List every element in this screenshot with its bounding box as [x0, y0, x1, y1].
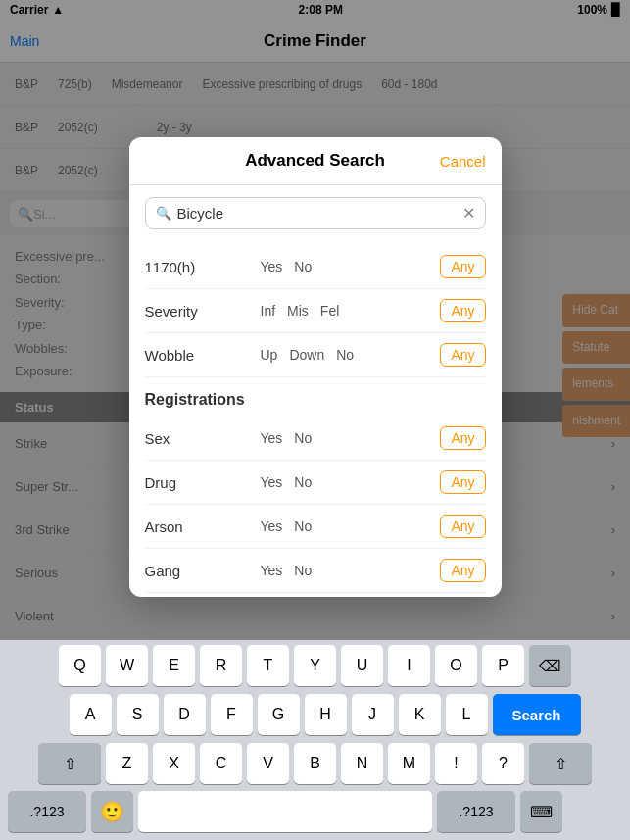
filter-1170h-yes[interactable]: Yes	[261, 259, 283, 274]
key-question[interactable]: ?	[482, 743, 524, 784]
keyboard-row-3: ⇧ Z X C V B N M ! ? ⇧	[0, 738, 630, 787]
filter-sex-options: Yes No	[261, 430, 433, 446]
filter-1170h-any-button[interactable]: Any	[440, 255, 485, 278]
key-numbers-left[interactable]: .?123	[8, 791, 86, 832]
filter-severity-options: Inf Mis Fel	[261, 303, 433, 319]
filter-arson-label: Arson	[145, 519, 253, 535]
key-space[interactable]	[138, 791, 432, 832]
filter-severity: Severity Inf Mis Fel Any	[145, 289, 486, 333]
filter-drug-yes[interactable]: Yes	[261, 474, 283, 490]
key-shift-right[interactable]: ⇧	[529, 743, 592, 784]
filter-wobble-down[interactable]: Down	[289, 347, 324, 363]
filter-severity-inf[interactable]: Inf	[261, 303, 276, 319]
filter-arson-no[interactable]: No	[294, 519, 312, 534]
modal-title: Advanced Search	[245, 151, 385, 171]
filter-wobble-label: Wobble	[145, 347, 253, 364]
filter-drug-options: Yes No	[261, 474, 433, 490]
key-x[interactable]: X	[153, 743, 195, 784]
filter-drug-no[interactable]: No	[294, 474, 312, 490]
registrations-header: Registrations	[145, 377, 486, 417]
key-l[interactable]: L	[446, 694, 488, 735]
key-d[interactable]: D	[164, 694, 206, 735]
filter-wobble-options: Up Down No	[261, 347, 433, 363]
key-numbers-right[interactable]: .?123	[437, 791, 515, 832]
filter-drug-any-button[interactable]: Any	[440, 470, 485, 494]
filter-wobble-no[interactable]: No	[336, 347, 354, 363]
key-i[interactable]: I	[388, 645, 430, 686]
search-field[interactable]: 🔍 Bicycle ✕	[145, 197, 486, 229]
filter-sex: Sex Yes No Any	[145, 417, 486, 461]
filter-sex-label: Sex	[145, 430, 253, 447]
filter-severity-label: Severity	[145, 303, 253, 320]
key-c[interactable]: C	[200, 743, 242, 784]
filter-sex-any-button[interactable]: Any	[440, 426, 485, 450]
keyboard-row-1: Q W E R T Y U I O P ⌫	[0, 640, 630, 689]
filter-gang-yes[interactable]: Yes	[261, 563, 283, 578]
key-o[interactable]: O	[435, 645, 477, 686]
key-v[interactable]: V	[247, 743, 289, 784]
filter-sex-yes[interactable]: Yes	[261, 430, 283, 446]
key-f[interactable]: F	[211, 694, 253, 735]
search-button[interactable]: Search	[493, 694, 581, 735]
key-w[interactable]: W	[106, 645, 148, 686]
key-shift-left[interactable]: ⇧	[38, 743, 101, 784]
filter-wobble-any-button[interactable]: Any	[440, 343, 485, 367]
key-e[interactable]: E	[153, 645, 195, 686]
filter-gang-options: Yes No	[261, 563, 433, 578]
key-s[interactable]: S	[117, 694, 159, 735]
filter-1170h-options: Yes No	[261, 259, 433, 274]
key-exclaim[interactable]: !	[435, 743, 477, 784]
filter-gang: Gang Yes No Any	[145, 549, 486, 593]
modal-header: Advanced Search Cancel	[129, 137, 502, 185]
filter-1170h-no[interactable]: No	[294, 259, 312, 274]
filter-wobble-up[interactable]: Up	[261, 347, 278, 363]
filter-severity-mis[interactable]: Mis	[287, 303, 309, 319]
modal-body: 🔍 Bicycle ✕ 1170(h) Yes No Any Severity …	[129, 185, 502, 597]
cancel-button[interactable]: Cancel	[440, 153, 486, 170]
filter-arson-any-button[interactable]: Any	[440, 515, 485, 538]
key-q[interactable]: Q	[59, 645, 101, 686]
key-a[interactable]: A	[70, 694, 112, 735]
keyboard-row-2: A S D F G H J K L Search	[0, 689, 630, 738]
key-m[interactable]: M	[388, 743, 430, 784]
key-z[interactable]: Z	[106, 743, 148, 784]
keyboard-bottom-row: .?123 🙂 .?123 ⌨	[0, 787, 630, 840]
key-y[interactable]: Y	[294, 645, 336, 686]
key-emoji[interactable]: 🙂	[91, 791, 133, 832]
filter-wobble: Wobble Up Down No Any	[145, 333, 486, 377]
key-p[interactable]: P	[482, 645, 524, 686]
clear-search-button[interactable]: ✕	[462, 204, 475, 222]
filter-severity-any-button[interactable]: Any	[440, 299, 485, 322]
key-keyboard-icon[interactable]: ⌨	[520, 791, 562, 832]
key-g[interactable]: G	[258, 694, 300, 735]
filter-gang-any-button[interactable]: Any	[440, 559, 485, 582]
filter-gang-no[interactable]: No	[294, 563, 312, 578]
key-b[interactable]: B	[294, 743, 336, 784]
key-r[interactable]: R	[200, 645, 242, 686]
advanced-search-modal: Advanced Search Cancel 🔍 Bicycle ✕ 1170(…	[129, 137, 502, 597]
filter-drug-label: Drug	[145, 474, 253, 491]
keyboard: Q W E R T Y U I O P ⌫ A S D F G H J K L …	[0, 640, 630, 840]
key-t[interactable]: T	[247, 645, 289, 686]
filter-1170h-label: 1170(h)	[145, 259, 253, 275]
key-h[interactable]: H	[305, 694, 347, 735]
filter-drug: Drug Yes No Any	[145, 461, 486, 505]
filter-severity-fel[interactable]: Fel	[320, 303, 339, 319]
search-icon: 🔍	[156, 206, 171, 221]
filter-sex-no[interactable]: No	[294, 430, 312, 446]
key-delete[interactable]: ⌫	[529, 645, 571, 686]
key-u[interactable]: U	[341, 645, 383, 686]
key-n[interactable]: N	[341, 743, 383, 784]
key-j[interactable]: J	[352, 694, 394, 735]
filter-arson-options: Yes No	[261, 519, 433, 534]
key-k[interactable]: K	[399, 694, 441, 735]
search-input[interactable]: Bicycle	[177, 205, 462, 222]
filter-arson: Arson Yes No Any	[145, 505, 486, 549]
filter-arson-yes[interactable]: Yes	[261, 519, 283, 534]
filter-gang-label: Gang	[145, 563, 253, 579]
filter-1170h: 1170(h) Yes No Any	[145, 245, 486, 289]
